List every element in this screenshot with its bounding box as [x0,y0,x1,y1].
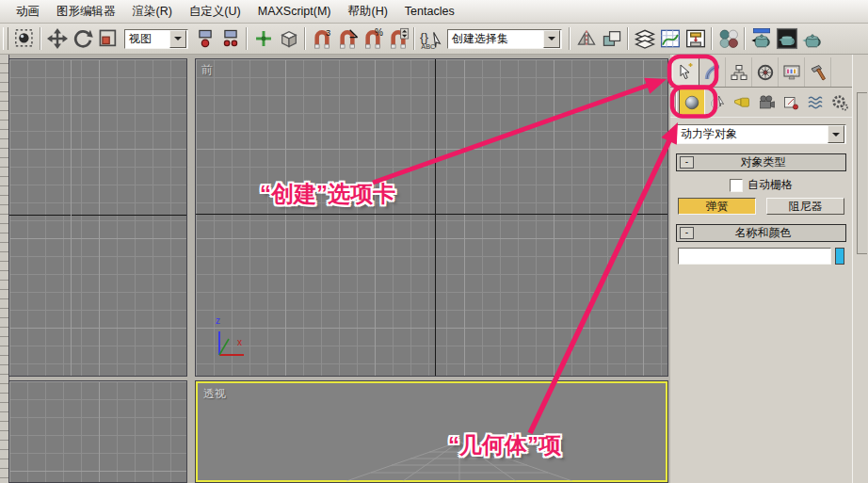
named-selection-set-dropdown[interactable]: 创建选择集 [447,29,562,49]
select-and-move-icon[interactable] [44,26,70,52]
category-geometry[interactable] [679,89,705,116]
category-lights[interactable] [730,89,754,115]
percent-snap-icon[interactable]: % [360,26,385,52]
select-and-rotate-icon[interactable] [70,26,95,52]
viewport-top-left[interactable] [8,58,187,377]
subcategory-dropdown[interactable]: 动力学对象 [676,124,846,144]
tab-create[interactable] [672,56,699,87]
movie-camera-icon [758,94,775,111]
viewport-perspective-label[interactable]: 透视 [203,386,226,402]
menu-tentacles[interactable]: Tentacles [396,2,463,21]
grid-origin-line-h [196,214,667,215]
align-icon[interactable] [599,26,624,52]
category-shapes[interactable] [705,89,730,115]
menu-animation[interactable]: 动画 [8,1,48,23]
object-type-buttons: 弹簧 阻尼器 [678,198,844,215]
rendered-frame-window-icon[interactable] [774,26,799,52]
arrow-cursor-icon [677,62,696,81]
tab-motion[interactable] [752,57,779,87]
tab-display[interactable] [779,57,805,87]
object-name-input[interactable] [678,248,831,265]
toolbar-separator [413,27,415,50]
category-cameras[interactable] [754,89,779,115]
toolbar-separator [711,27,713,50]
category-helpers[interactable] [779,89,803,115]
autogrid-checkbox[interactable] [730,179,743,192]
menu-maxscript[interactable]: MAXScript(M) [249,2,340,21]
gizmo-x-label: x [237,337,242,347]
name-color-rollout: - 名称和颜色 [676,224,846,265]
tape-measure-icon [782,94,799,111]
tab-utilities[interactable] [805,57,831,87]
tab-modify[interactable] [699,57,726,87]
spring-button[interactable]: 弹簧 [678,198,756,215]
use-pivot-point-icon[interactable] [192,26,217,52]
viewport-bottom-left[interactable] [8,380,187,483]
3dsmax-window: 动画 图形编辑器 渲染(R) 自定义(U) MAXScript(M) 帮助(H)… [0,0,868,483]
viewport-front-label[interactable]: 前 [201,62,213,78]
toolbar-separator [304,27,306,50]
select-and-manipulate-icon[interactable] [250,26,276,52]
mirror-icon[interactable] [573,26,599,52]
tab-hierarchy[interactable] [726,57,752,87]
object-color-swatch[interactable] [835,248,844,265]
toolbar-separator [569,27,571,50]
snap3-badge: 3 [326,28,330,38]
curve-editor-icon[interactable] [657,26,683,52]
category-space-warps[interactable] [803,89,828,115]
grid-origin-line [9,215,186,216]
viewport-perspective[interactable]: 透视 [195,380,668,483]
category-systems[interactable] [828,89,852,115]
bend-arc-icon [703,63,722,82]
toolbar-drag-handle[interactable] [3,27,8,50]
angle-snap-icon[interactable] [334,26,360,52]
dropdown-arrow-icon[interactable] [828,125,844,143]
object-type-rollout-header[interactable]: - 对象类型 [676,153,846,171]
grid-origin-line-v [435,59,436,376]
sphere-icon [683,94,700,111]
axis-gizmo: z x [196,59,667,376]
subcategory-value: 动力学对象 [677,126,827,142]
reference-coordinate-value: 视图 [125,31,169,47]
menu-rendering[interactable]: 渲染(R) [124,1,181,23]
render-setup-icon[interactable] [748,26,774,52]
collapse-icon[interactable]: - [680,156,694,169]
annotation-create-tab: “创建”选项卡 [260,179,395,209]
autogrid-row: 自动栅格 [676,177,846,193]
menu-customize[interactable]: 自定义(U) [181,1,249,23]
select-and-scale-icon[interactable] [95,26,121,52]
annotation-geometry-item: “几何体”项 [448,430,561,460]
use-selection-center-icon[interactable] [217,26,243,52]
toolbar-separator [744,27,746,50]
panel-fragment [857,92,867,254]
material-editor-icon[interactable] [715,26,741,52]
menu-help[interactable]: 帮助(H) [340,1,396,23]
named-selection-set-value: 创建选择集 [448,31,542,47]
waves-icon [807,94,824,111]
layer-manager-icon[interactable] [632,26,657,52]
spinner-snap-icon[interactable] [385,26,410,52]
snap-toggle-3d-icon[interactable]: 3 [309,26,334,52]
dropdown-arrow-icon[interactable] [543,30,560,48]
name-color-rollout-header[interactable]: - 名称和颜色 [676,224,846,242]
viewport-area: 前 z x 透视 [0,55,670,483]
wheel-icon [756,63,775,82]
grid-major-line [71,59,72,376]
shape-circle-icon [709,94,726,111]
object-type-rollout: - 对象类型 自动栅格 弹簧 阻尼器 [676,153,846,215]
edit-named-selection-sets-icon[interactable]: {}ABC [418,26,443,52]
command-panel-categories [670,88,852,118]
collapse-icon[interactable]: - [680,227,694,239]
keyboard-shortcut-override-icon[interactable] [276,26,301,52]
menu-graph-editors[interactable]: 图形编辑器 [48,1,124,23]
select-object-icon[interactable] [11,26,37,52]
hammer-icon [809,63,828,82]
reference-coordinate-dropdown[interactable]: 视图 [124,29,188,49]
dropdown-arrow-icon[interactable] [169,30,186,48]
damper-button[interactable]: 阻尼器 [766,198,844,215]
main-toolbar: 视图 3 % {}ABC [0,24,868,55]
viewport-front[interactable]: 前 z x [195,58,668,377]
gears-icon [831,94,848,111]
quick-render-icon[interactable] [799,26,825,52]
schematic-view-icon[interactable] [683,26,708,52]
